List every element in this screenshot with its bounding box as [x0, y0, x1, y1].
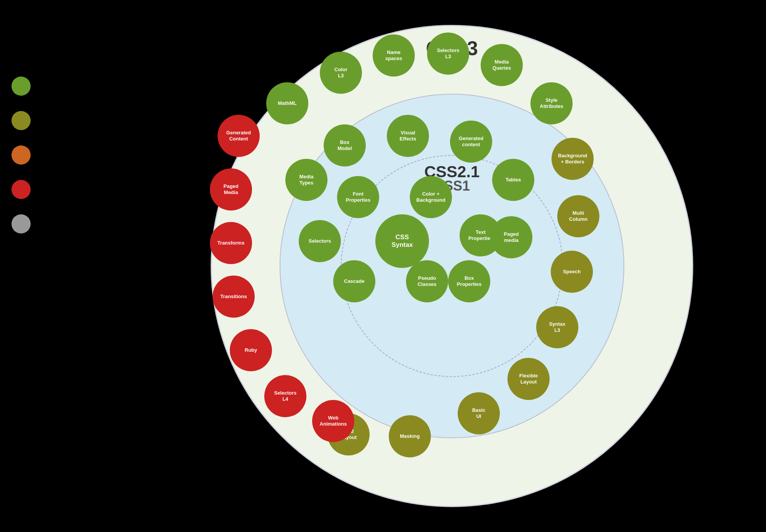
node-namespaces[interactable]: Namespaces — [373, 34, 415, 77]
node-style-attributes[interactable]: StyleAttributes — [530, 82, 573, 124]
node-generated-content-css21[interactable]: Generatedcontent — [450, 121, 492, 163]
node-color-l3[interactable]: ColorL3 — [320, 52, 362, 94]
legend-dot-gray — [11, 214, 31, 233]
legend-dot-orange — [11, 145, 31, 165]
node-visual-effects[interactable]: VisualEffects — [387, 115, 429, 157]
legend-dot-green — [11, 77, 31, 96]
node-css-syntax[interactable]: CSSSyntax — [375, 214, 429, 268]
node-multi-column[interactable]: MultiColumn — [557, 195, 599, 237]
node-speech[interactable]: Speech — [551, 251, 593, 293]
legend-item-red — [11, 180, 36, 199]
node-ruby[interactable]: Ruby — [230, 329, 272, 371]
legend-item-orange — [11, 145, 36, 165]
node-mathml[interactable]: MathML — [266, 82, 308, 124]
legend-item-olive — [11, 111, 36, 130]
node-font-properties[interactable]: FontProperties — [337, 176, 379, 218]
node-color-background[interactable]: Color +Background — [410, 176, 452, 218]
node-box-model[interactable]: BoxModel — [324, 124, 366, 166]
node-cascade[interactable]: Cascade — [333, 260, 375, 302]
diagram-container: CSS1 CSS2.1 CSS3 CSSSyntax FontPropertie… — [153, 8, 751, 524]
node-selectors-l3[interactable]: SelectorsL3 — [427, 33, 469, 75]
node-selectors-css1[interactable]: Selectors — [299, 220, 341, 262]
legend-dot-olive — [11, 111, 31, 130]
node-flexible-layout[interactable]: FlexibleLayout — [507, 358, 550, 400]
node-pseudo-classes[interactable]: PseudoClasses — [406, 260, 448, 302]
node-media-types[interactable]: MediaTypes — [285, 159, 327, 201]
node-tables[interactable]: Tables — [492, 159, 534, 201]
node-selectors-l4[interactable]: SelectorsL4 — [264, 375, 306, 417]
legend — [11, 77, 36, 249]
node-transitions[interactable]: Transitions — [213, 276, 255, 318]
node-transforms[interactable]: Transforms — [210, 222, 252, 264]
node-web-animations[interactable]: WebAnimations — [312, 400, 354, 442]
node-masking[interactable]: Masking — [389, 415, 431, 457]
node-paged-media-css21[interactable]: Pagedmedia — [490, 216, 532, 258]
node-generated-content[interactable]: GeneratedContent — [218, 115, 260, 157]
node-media-queries[interactable]: MediaQueries — [481, 44, 523, 86]
node-basic-ui[interactable]: BasicUI — [458, 392, 500, 434]
legend-dot-red — [11, 180, 31, 199]
node-bg-borders[interactable]: Background+ Borders — [552, 138, 594, 180]
legend-item-green — [11, 77, 36, 96]
node-syntax-l3[interactable]: SyntaxL3 — [536, 306, 578, 348]
node-paged-media[interactable]: PagedMedia — [210, 168, 252, 211]
node-box-properties[interactable]: BoxProperties — [448, 260, 490, 302]
legend-item-gray — [11, 214, 36, 233]
